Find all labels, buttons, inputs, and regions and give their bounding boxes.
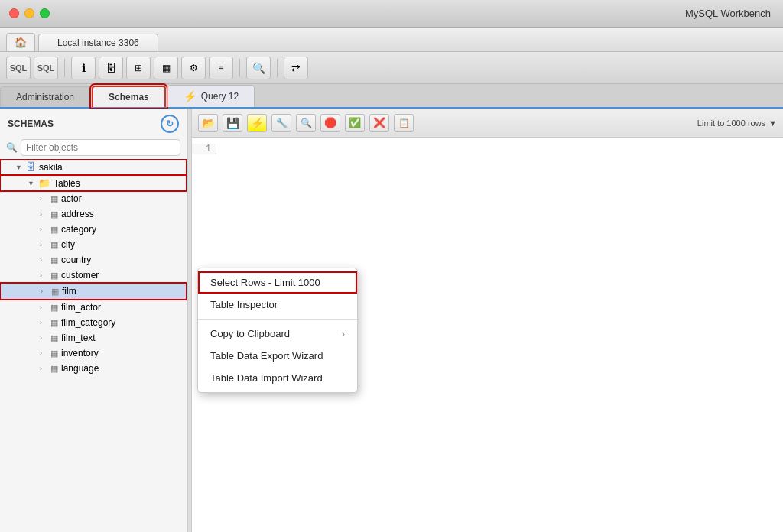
search-input[interactable]: [21, 139, 180, 156]
tree-item-category[interactable]: › ▦ category: [0, 222, 187, 237]
stop-btn[interactable]: 🛑: [320, 114, 340, 132]
ctx-export-wizard[interactable]: Table Data Export Wizard: [198, 345, 357, 367]
country-label: country: [61, 255, 91, 265]
context-menu: Select Rows - Limit 1000 Table Inspector…: [197, 268, 358, 393]
tree-item-sakila[interactable]: ▼ 🗄 sakila: [0, 159, 187, 175]
expand-icon-actor: ›: [40, 195, 47, 203]
open-icon: 📂: [202, 117, 215, 129]
sql-file-btn[interactable]: SQL: [6, 57, 31, 79]
inventory-label: inventory: [61, 348, 99, 358]
expand-icon-film-category: ›: [40, 319, 47, 326]
expand-icon-film: ›: [41, 287, 48, 295]
sql-icon: SQL: [10, 63, 28, 73]
limit-label: Limit to 1000 rows: [697, 118, 765, 128]
connect-icon: ℹ: [82, 62, 86, 74]
explain-btn[interactable]: 🔧: [271, 114, 291, 132]
tree-item-film-actor[interactable]: › ▦ film_actor: [0, 300, 187, 315]
migrate-btn[interactable]: ⇄: [284, 57, 308, 79]
open-file-btn[interactable]: 📂: [198, 114, 218, 132]
table-icon-country: ▦: [50, 255, 58, 265]
tab-administration[interactable]: Administration: [0, 86, 90, 107]
tab-query12[interactable]: ⚡ Query 12: [167, 85, 255, 107]
tree-item-film-category[interactable]: › ▦ film_category: [0, 315, 187, 330]
film-text-label: film_text: [61, 332, 96, 343]
sql-new-btn[interactable]: SQL: [34, 57, 58, 79]
routine-icon: ≡: [218, 63, 223, 73]
tree-item-language[interactable]: › ▦ language: [0, 361, 187, 376]
autocommit-icon: 📋: [398, 118, 410, 128]
home-tab[interactable]: 🏠: [6, 33, 35, 51]
routine-btn[interactable]: ≡: [209, 57, 233, 79]
connect-btn[interactable]: ℹ: [71, 57, 96, 79]
maximize-button[interactable]: [40, 8, 50, 18]
submenu-arrow-icon: ›: [342, 328, 345, 339]
toolbar-sep-1: [64, 59, 65, 77]
expand-icon-language: ›: [40, 365, 47, 372]
search-magnifier-icon: 🔍: [6, 142, 18, 153]
execute-btn[interactable]: ⚡: [247, 114, 267, 132]
title-bar: MySQL Workbench: [0, 0, 783, 28]
category-label: category: [61, 224, 96, 235]
tree-item-film[interactable]: › ▦ film: [0, 283, 187, 300]
tab-schemas[interactable]: Schemas: [92, 86, 166, 107]
instance-tab[interactable]: Local instance 3306: [38, 34, 158, 51]
find-replace-btn[interactable]: 🔍: [296, 114, 316, 132]
expand-icon-tables: ▼: [28, 180, 35, 187]
proc-icon: ⚙: [190, 63, 198, 73]
ctx-import-wizard[interactable]: Table Data Import Wizard: [198, 367, 357, 389]
query-toolbar: 📂 💾 ⚡ 🔧 🔍 🛑 ✅ ❌ 📋: [192, 109, 783, 138]
instance-tab-bar: 🏠 Local instance 3306: [0, 28, 783, 52]
view-btn[interactable]: ▦: [154, 57, 178, 79]
refresh-button[interactable]: ↻: [161, 115, 179, 133]
expand-icon-inventory: ›: [40, 349, 47, 357]
limit-area: Limit to 1000 rows ▼: [697, 118, 777, 128]
film-actor-label: film_actor: [61, 302, 101, 313]
close-button[interactable]: [9, 8, 19, 18]
ctx-table-inspector[interactable]: Table Inspector: [198, 294, 357, 316]
tab-administration-label: Administration: [16, 92, 74, 102]
commit-btn[interactable]: ✅: [345, 114, 365, 132]
db-btn[interactable]: 🗄: [99, 57, 123, 79]
ctx-copy-clipboard[interactable]: Copy to Clipboard ›: [198, 323, 357, 345]
expand-icon-film-actor: ›: [40, 303, 47, 311]
table-icon-film-category: ▦: [50, 318, 58, 328]
expand-icon-address: ›: [40, 210, 47, 218]
language-label: language: [61, 363, 99, 374]
schemas-label: SCHEMAS: [8, 118, 54, 129]
ctx-select-rows[interactable]: Select Rows - Limit 1000: [198, 271, 357, 294]
lightning-icon: ⚡: [184, 90, 197, 102]
tree-item-actor[interactable]: › ▦ actor: [0, 191, 187, 206]
dropdown-icon: ▼: [768, 118, 777, 128]
ctx-import-wizard-label: Table Data Import Wizard: [210, 372, 323, 384]
window-controls: [9, 8, 50, 18]
tree-item-city[interactable]: › ▦ city: [0, 237, 187, 252]
table-icon-language: ▦: [50, 364, 58, 374]
sidebar-search-area: 🔍: [0, 136, 187, 159]
tree-item-film-text[interactable]: › ▦ film_text: [0, 330, 187, 345]
table-icon: ⊞: [135, 63, 142, 73]
tree-item-tables[interactable]: ▼ 📁 Tables: [0, 175, 187, 191]
line-numbers: 1: [192, 144, 216, 154]
toolbar-sep-2: [239, 59, 240, 77]
table-icon-inventory: ▦: [50, 349, 58, 358]
tree-item-customer[interactable]: › ▦ customer: [0, 268, 187, 283]
main-tab-bar: Administration Schemas ⚡ Query 12: [0, 84, 783, 109]
minimize-button[interactable]: [24, 8, 34, 18]
content-area: SCHEMAS ↻ 🔍 ▼ 🗄 sakila ▼ 📁 Tables ›: [0, 109, 783, 532]
tab-schemas-label: Schemas: [109, 92, 149, 102]
proc-btn[interactable]: ⚙: [181, 57, 206, 79]
rollback-btn[interactable]: ❌: [369, 114, 389, 132]
ctx-select-rows-label: Select Rows - Limit 1000: [210, 277, 320, 288]
save-file-btn[interactable]: 💾: [223, 114, 242, 132]
tree-item-country[interactable]: › ▦ country: [0, 252, 187, 268]
search-btn[interactable]: 🔍: [246, 57, 271, 79]
table-icon-category: ▦: [50, 225, 58, 235]
rollback-icon: ❌: [373, 117, 385, 128]
table-icon-film-actor: ▦: [50, 303, 58, 313]
table-btn[interactable]: ⊞: [126, 57, 151, 79]
tree-item-inventory[interactable]: › ▦ inventory: [0, 345, 187, 361]
tree-item-address[interactable]: › ▦ address: [0, 206, 187, 222]
autocommit-btn[interactable]: 📋: [394, 114, 414, 132]
table-icon-customer: ▦: [50, 271, 58, 281]
expand-icon-sakila: ▼: [15, 164, 23, 171]
